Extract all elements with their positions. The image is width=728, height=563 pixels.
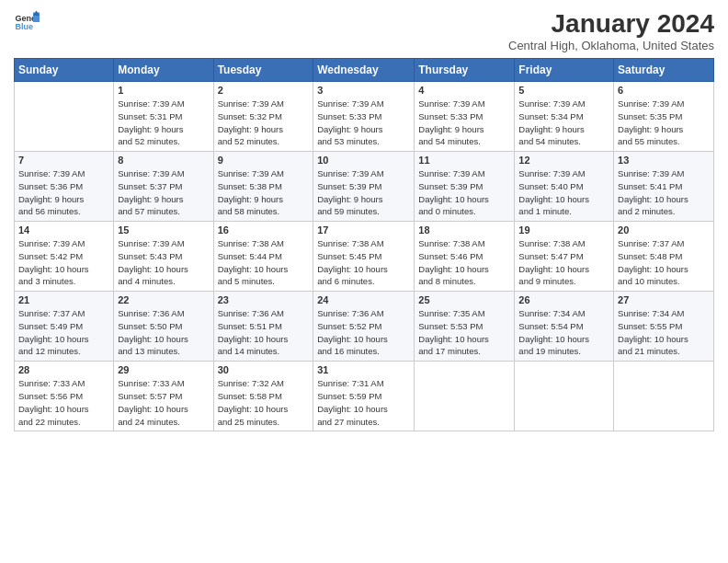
day-cell: 3Sunrise: 7:39 AMSunset: 5:33 PMDaylight… (313, 82, 415, 152)
day-cell: 1Sunrise: 7:39 AMSunset: 5:31 PMDaylight… (114, 82, 213, 152)
col-friday: Friday (515, 59, 614, 82)
page: General Blue January 2024 Central High, … (0, 0, 728, 563)
day-cell: 21Sunrise: 7:37 AMSunset: 5:49 PMDayligh… (15, 292, 114, 362)
day-info: Sunrise: 7:37 AMSunset: 5:48 PMDaylight:… (618, 237, 710, 288)
calendar-header: Sunday Monday Tuesday Wednesday Thursday… (15, 59, 714, 82)
day-number: 24 (317, 294, 410, 305)
day-info: Sunrise: 7:36 AMSunset: 5:52 PMDaylight:… (317, 307, 410, 358)
day-cell: 24Sunrise: 7:36 AMSunset: 5:52 PMDayligh… (313, 292, 415, 362)
day-number: 21 (18, 294, 109, 305)
day-number: 28 (18, 364, 109, 375)
day-info: Sunrise: 7:39 AMSunset: 5:35 PMDaylight:… (618, 98, 710, 148)
day-cell: 29Sunrise: 7:33 AMSunset: 5:57 PMDayligh… (114, 362, 213, 431)
day-cell: 6Sunrise: 7:39 AMSunset: 5:35 PMDaylight… (614, 82, 714, 152)
day-cell (614, 362, 714, 431)
day-info: Sunrise: 7:39 AMSunset: 5:39 PMDaylight:… (418, 167, 510, 218)
day-cell: 17Sunrise: 7:38 AMSunset: 5:45 PMDayligh… (313, 222, 415, 292)
header-row: Sunday Monday Tuesday Wednesday Thursday… (15, 59, 714, 82)
day-cell: 10Sunrise: 7:39 AMSunset: 5:39 PMDayligh… (313, 152, 415, 222)
day-info: Sunrise: 7:39 AMSunset: 5:34 PMDaylight:… (518, 98, 609, 148)
day-number: 20 (618, 224, 710, 236)
day-info: Sunrise: 7:39 AMSunset: 5:43 PMDaylight:… (118, 237, 209, 288)
week-row-5: 28Sunrise: 7:33 AMSunset: 5:56 PMDayligh… (15, 362, 714, 431)
title-block: January 2024 Central High, Oklahoma, Uni… (508, 9, 714, 52)
day-cell: 13Sunrise: 7:39 AMSunset: 5:41 PMDayligh… (614, 152, 714, 222)
day-info: Sunrise: 7:31 AMSunset: 5:59 PMDaylight:… (317, 377, 410, 428)
calendar-table: Sunday Monday Tuesday Wednesday Thursday… (14, 58, 714, 431)
day-number: 17 (317, 224, 410, 236)
header: General Blue January 2024 Central High, … (14, 9, 714, 52)
col-thursday: Thursday (415, 59, 515, 82)
day-number: 14 (18, 224, 109, 236)
day-info: Sunrise: 7:32 AMSunset: 5:58 PMDaylight:… (218, 377, 310, 428)
day-number: 27 (618, 294, 710, 305)
subtitle: Central High, Oklahoma, United States (508, 39, 714, 52)
day-number: 18 (418, 224, 510, 236)
logo-icon: General Blue (14, 9, 40, 35)
day-cell: 25Sunrise: 7:35 AMSunset: 5:53 PMDayligh… (415, 292, 515, 362)
day-cell: 14Sunrise: 7:39 AMSunset: 5:42 PMDayligh… (15, 222, 114, 292)
week-row-2: 7Sunrise: 7:39 AMSunset: 5:36 PMDaylight… (15, 152, 714, 222)
day-cell: 27Sunrise: 7:34 AMSunset: 5:55 PMDayligh… (614, 292, 714, 362)
day-number: 23 (218, 294, 310, 305)
day-info: Sunrise: 7:39 AMSunset: 5:37 PMDaylight:… (118, 167, 209, 218)
day-info: Sunrise: 7:38 AMSunset: 5:46 PMDaylight:… (418, 237, 510, 288)
day-info: Sunrise: 7:37 AMSunset: 5:49 PMDaylight:… (18, 307, 109, 358)
calendar-body: 1Sunrise: 7:39 AMSunset: 5:31 PMDaylight… (15, 82, 714, 431)
day-cell: 12Sunrise: 7:39 AMSunset: 5:40 PMDayligh… (515, 152, 614, 222)
day-number: 15 (118, 224, 209, 236)
day-number: 25 (418, 294, 510, 305)
day-cell: 20Sunrise: 7:37 AMSunset: 5:48 PMDayligh… (614, 222, 714, 292)
day-cell: 7Sunrise: 7:39 AMSunset: 5:36 PMDaylight… (15, 152, 114, 222)
day-cell: 9Sunrise: 7:39 AMSunset: 5:38 PMDaylight… (213, 152, 313, 222)
day-info: Sunrise: 7:39 AMSunset: 5:41 PMDaylight:… (618, 167, 710, 218)
col-monday: Monday (114, 59, 213, 82)
day-info: Sunrise: 7:35 AMSunset: 5:53 PMDaylight:… (418, 307, 510, 358)
day-number: 9 (218, 155, 310, 166)
day-number: 16 (218, 224, 310, 236)
day-info: Sunrise: 7:36 AMSunset: 5:50 PMDaylight:… (118, 307, 209, 358)
day-info: Sunrise: 7:33 AMSunset: 5:56 PMDaylight:… (18, 377, 109, 428)
col-saturday: Saturday (614, 59, 714, 82)
day-info: Sunrise: 7:39 AMSunset: 5:36 PMDaylight:… (18, 167, 109, 218)
day-number: 3 (317, 85, 410, 96)
col-sunday: Sunday (15, 59, 114, 82)
day-cell: 18Sunrise: 7:38 AMSunset: 5:46 PMDayligh… (415, 222, 515, 292)
day-info: Sunrise: 7:34 AMSunset: 5:55 PMDaylight:… (618, 307, 710, 358)
day-number: 1 (118, 85, 209, 96)
day-cell: 22Sunrise: 7:36 AMSunset: 5:50 PMDayligh… (114, 292, 213, 362)
main-title: January 2024 (508, 9, 714, 39)
day-info: Sunrise: 7:39 AMSunset: 5:40 PMDaylight:… (518, 167, 609, 218)
day-info: Sunrise: 7:34 AMSunset: 5:54 PMDaylight:… (518, 307, 609, 358)
day-info: Sunrise: 7:39 AMSunset: 5:33 PMDaylight:… (317, 98, 410, 148)
day-info: Sunrise: 7:36 AMSunset: 5:51 PMDaylight:… (218, 307, 310, 358)
day-number: 5 (518, 85, 609, 96)
svg-text:Blue: Blue (15, 22, 33, 31)
day-info: Sunrise: 7:38 AMSunset: 5:45 PMDaylight:… (317, 237, 410, 288)
day-info: Sunrise: 7:39 AMSunset: 5:42 PMDaylight:… (18, 237, 109, 288)
day-cell: 30Sunrise: 7:32 AMSunset: 5:58 PMDayligh… (213, 362, 313, 431)
day-info: Sunrise: 7:38 AMSunset: 5:44 PMDaylight:… (218, 237, 310, 288)
day-number: 10 (317, 155, 410, 166)
col-wednesday: Wednesday (313, 59, 415, 82)
day-cell: 28Sunrise: 7:33 AMSunset: 5:56 PMDayligh… (15, 362, 114, 431)
day-number: 11 (418, 155, 510, 166)
col-tuesday: Tuesday (213, 59, 313, 82)
day-cell: 11Sunrise: 7:39 AMSunset: 5:39 PMDayligh… (415, 152, 515, 222)
day-info: Sunrise: 7:39 AMSunset: 5:38 PMDaylight:… (218, 167, 310, 218)
day-cell (415, 362, 515, 431)
day-number: 4 (418, 85, 510, 96)
day-number: 29 (118, 364, 209, 375)
day-info: Sunrise: 7:39 AMSunset: 5:32 PMDaylight:… (218, 98, 310, 148)
day-number: 26 (518, 294, 609, 305)
week-row-1: 1Sunrise: 7:39 AMSunset: 5:31 PMDaylight… (15, 82, 714, 152)
day-number: 13 (618, 155, 710, 166)
day-cell: 2Sunrise: 7:39 AMSunset: 5:32 PMDaylight… (213, 82, 313, 152)
day-number: 22 (118, 294, 209, 305)
day-cell: 19Sunrise: 7:38 AMSunset: 5:47 PMDayligh… (515, 222, 614, 292)
day-cell: 23Sunrise: 7:36 AMSunset: 5:51 PMDayligh… (213, 292, 313, 362)
week-row-3: 14Sunrise: 7:39 AMSunset: 5:42 PMDayligh… (15, 222, 714, 292)
day-cell (515, 362, 614, 431)
day-cell: 31Sunrise: 7:31 AMSunset: 5:59 PMDayligh… (313, 362, 415, 431)
day-cell (15, 82, 114, 152)
